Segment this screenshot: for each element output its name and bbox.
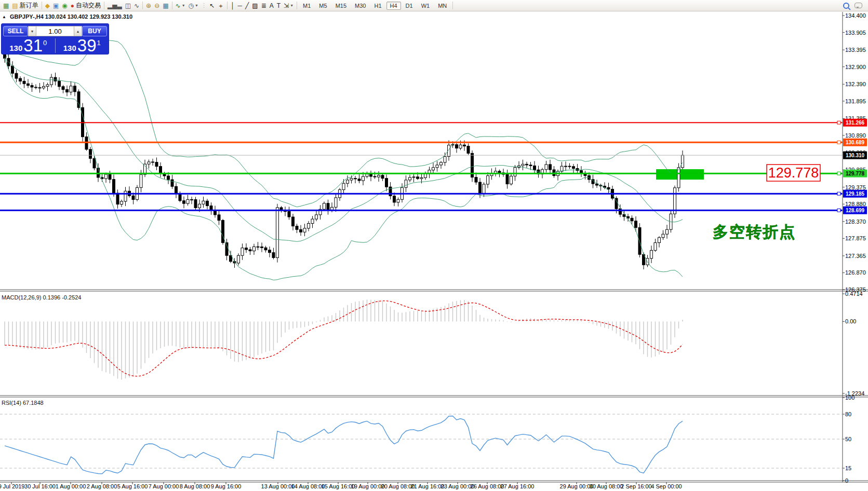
terminal-icon[interactable]: ▣ <box>51 1 60 10</box>
timeframe-button-h1[interactable]: H1 <box>370 2 385 10</box>
timeframe-button-m5[interactable]: M5 <box>315 2 330 10</box>
buy-price-prefix: 130 <box>63 44 76 52</box>
svg-text:134.400: 134.400 <box>845 12 866 19</box>
periods-dropdown[interactable]: ◷▼ <box>187 1 200 10</box>
sell-price-prefix: 130 <box>9 44 22 52</box>
svg-text:0.4714: 0.4714 <box>845 291 863 297</box>
indicators-dropdown: ∿ <box>176 3 181 9</box>
sell-price[interactable]: 130 31 0 <box>2 37 55 54</box>
text-tool-icon: A <box>270 3 274 9</box>
buy-price[interactable]: 130 39 1 <box>56 37 109 54</box>
toolbar-separator <box>452 2 453 9</box>
horizontal-line-128.699-anchor[interactable] <box>837 209 840 212</box>
cursor-icon[interactable]: ↖ <box>208 1 216 10</box>
candlestick-chart-icon[interactable]: ◫ <box>124 1 132 10</box>
symbol-ohlc-values: 130.024 130.402 129.923 130.310 <box>45 13 132 20</box>
autotrading-button-label: 自动交易 <box>76 1 101 10</box>
zoom-out-icon[interactable]: ⊖ <box>153 1 161 10</box>
svg-text:13 Aug 00:00: 13 Aug 00:00 <box>261 483 295 489</box>
timeframe-button-h4[interactable]: H4 <box>386 2 401 10</box>
sell-price-big: 31 <box>23 38 43 53</box>
chart-area[interactable]: 134.400133.905133.395132.900132.390131.8… <box>0 0 868 491</box>
date-axis[interactable]: 9 Jul 201930 Jul 16:001 Aug 00:002 Aug 0… <box>0 482 682 489</box>
svg-text:30 Aug 08:00: 30 Aug 08:00 <box>590 483 623 489</box>
volume-decrease-button[interactable]: ▼ <box>28 26 36 36</box>
volume-stepper: ▼ ▲ <box>28 26 82 36</box>
collapse-panel-icon[interactable]: ▲ <box>2 15 6 19</box>
line-chart-icon: ∿ <box>134 3 139 9</box>
svg-text:129.375: 129.375 <box>845 184 866 190</box>
autotrading-button: ● <box>71 3 74 9</box>
sell-button[interactable]: SELL <box>3 26 28 36</box>
bar-chart-icon[interactable]: ▂▅▃ <box>106 1 124 10</box>
horizontal-line-icon[interactable]: ─ <box>236 1 244 10</box>
signals-icon: ◉ <box>62 3 67 9</box>
svg-text:133.905: 133.905 <box>845 30 866 36</box>
vertical-line-icon: │ <box>231 3 235 9</box>
symbol-ohlc-bar: ▲ GBPJPY-,H4 130.024 130.402 129.923 130… <box>2 13 132 20</box>
signals-icon[interactable]: ◉ <box>60 1 69 10</box>
terminal-icon: ▣ <box>53 3 59 9</box>
tile-windows-icon[interactable]: ▦ <box>161 1 170 10</box>
svg-text:2 Sep 16:00: 2 Sep 16:00 <box>621 483 651 489</box>
line-chart-icon[interactable]: ∿ <box>132 1 141 10</box>
svg-text:128.370: 128.370 <box>845 219 866 225</box>
zoom-out-icon: ⊖ <box>154 3 159 9</box>
search-icon[interactable] <box>843 3 849 9</box>
svg-text:29 Aug 00:00: 29 Aug 00:00 <box>560 483 594 489</box>
timeframe-button-w1[interactable]: W1 <box>418 2 434 10</box>
tile-windows-icon: ▦ <box>163 3 168 9</box>
arrows-dropdown-arrow[interactable]: ▼ <box>290 4 293 7</box>
svg-text:14 Aug 08:00: 14 Aug 08:00 <box>291 483 325 489</box>
toolbar-separator <box>42 2 42 9</box>
horizontal-line-130.689-anchor[interactable] <box>837 141 840 144</box>
svg-text:126.870: 126.870 <box>845 269 866 276</box>
trendline-icon[interactable]: ╱ <box>244 1 250 10</box>
fibonacci-icon[interactable]: ≣ <box>260 1 268 10</box>
toolbar-separator <box>172 2 172 9</box>
chat-icon[interactable] <box>854 3 862 8</box>
toolbar-separator <box>297 2 297 9</box>
text-tool-icon[interactable]: A <box>268 1 275 10</box>
svg-text:127.365: 127.365 <box>845 253 866 259</box>
zoom-in-icon[interactable]: ⊕ <box>144 1 153 10</box>
horizontal-line-131.266-anchor[interactable] <box>837 121 840 124</box>
svg-text:132.900: 132.900 <box>845 64 866 70</box>
svg-text:7 Aug 00:00: 7 Aug 00:00 <box>149 483 179 489</box>
macd-label: MACD(12,26,9) 0.1396 -0.2524 <box>2 294 81 301</box>
horizontal-line-129.778-anchor[interactable] <box>837 172 840 175</box>
toolbar-separator <box>227 2 228 9</box>
timeframe-button-m1[interactable]: M1 <box>299 2 314 10</box>
timeframe-button-mn[interactable]: MN <box>434 2 450 10</box>
indicators-dropdown[interactable]: ∿▼ <box>174 1 187 10</box>
candlestick-chart-icon: ◫ <box>125 3 131 9</box>
indicators-dropdown-arrow[interactable]: ▼ <box>182 4 185 7</box>
vertical-line-icon[interactable]: │ <box>229 1 236 10</box>
trendline-icon: ╱ <box>245 3 249 9</box>
crosshair-icon[interactable]: ＋ <box>216 1 225 10</box>
svg-text:132.390: 132.390 <box>845 81 866 87</box>
equidistant-channel-icon[interactable]: ▨ <box>250 1 259 10</box>
new-chart-icon[interactable]: ▦ <box>2 1 10 10</box>
toolbar-separator <box>142 2 143 9</box>
svg-text:21 Aug 16:00: 21 Aug 16:00 <box>411 483 445 489</box>
text-label-icon[interactable]: T <box>275 1 282 10</box>
svg-text:30 Jul 16:00: 30 Jul 16:00 <box>24 483 56 489</box>
svg-text:5 Aug 16:00: 5 Aug 16:00 <box>117 483 148 489</box>
new-order-button[interactable]: ▤新订单 <box>10 1 39 10</box>
arrows-dropdown[interactable]: ⇲▼ <box>282 1 295 10</box>
volume-increase-button[interactable]: ▲ <box>74 26 82 36</box>
svg-text:129.185: 129.185 <box>846 191 865 197</box>
horizontal-line-129.185-anchor[interactable] <box>837 192 840 195</box>
timeframe-button-m30[interactable]: M30 <box>351 2 369 10</box>
main-toolbar: ▦▤新订单◆▣◉●自动交易▂▅▃◫∿⊕⊖▦∿▼◷▼⋮↖＋│─╱▨≣AT⇲▼M1M… <box>0 0 868 11</box>
autotrading-button[interactable]: ●自动交易 <box>69 1 102 10</box>
periods-dropdown: ◷ <box>189 3 194 9</box>
expert-advisors-icon[interactable]: ◆ <box>44 1 51 10</box>
volume-input[interactable] <box>36 26 74 36</box>
timeframe-button-d1[interactable]: D1 <box>402 2 417 10</box>
periods-dropdown-arrow[interactable]: ▼ <box>195 4 198 7</box>
timeframe-button-m15[interactable]: M15 <box>332 2 350 10</box>
buy-button[interactable]: BUY <box>82 26 107 36</box>
cn-annotation-text[interactable]: 多空转折点 <box>713 223 796 240</box>
